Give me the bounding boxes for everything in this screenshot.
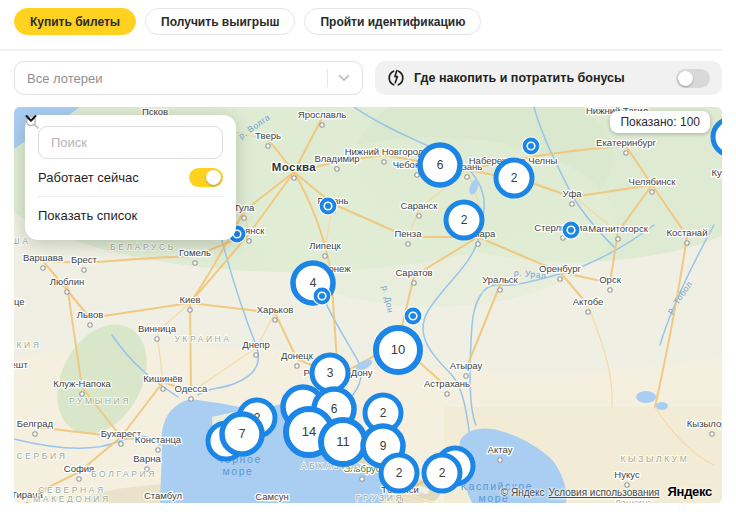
yandex-logo[interactable]: Яндекс [668,484,712,499]
works-now-toggle[interactable] [189,168,223,187]
map-city-label: Стамбул [144,490,182,501]
map-city-dot [382,160,386,164]
svg-text:14: 14 [302,424,316,439]
map-city-label: Львов [77,309,103,320]
map-city-label: Магнитогорск [588,223,648,234]
map-city-label: Челябинск [629,176,677,187]
map-city-dot [498,458,502,462]
map-region-label: СЛОВАКИЯ [14,340,42,350]
show-list-label: Показать список [38,208,223,223]
map-city-dot [292,176,296,180]
map-city-dot [273,318,277,322]
map-city-dot [417,214,421,218]
map-cluster-marker[interactable]: 10 [375,327,422,374]
map-city-dot [82,268,86,272]
map-city-dot [188,308,192,312]
map-city-label: Харьков [257,304,293,315]
map-city-dot [189,397,193,401]
map-cluster-marker[interactable]: 2 [445,201,484,240]
map-city-label: София [64,463,94,474]
svg-text:7: 7 [239,427,246,441]
map-city-label: Констанца [135,434,182,445]
svg-text:3: 3 [327,366,334,380]
tab-identification[interactable]: Пройти идентификацию [304,8,481,35]
map-city-label: Клуж-Напока [53,378,111,389]
map-city-dot [608,288,612,292]
map-dot-marker[interactable] [404,307,423,326]
map-city-dot [685,241,689,245]
svg-text:10: 10 [391,342,405,357]
shown-count-badge: Показано: 100 [610,111,710,133]
map-city-label: Нукус [614,469,640,480]
map-city-dot [464,374,468,378]
copyright-text: © Яндекс [501,487,545,498]
map-city-label: Кызылорда [687,418,722,429]
map-city-dot [77,477,81,481]
map-city-label: Нижний Новгород [345,146,424,157]
map-city-label: Саратов [395,267,432,278]
map-dot-marker[interactable] [319,197,338,216]
map-city-dot [558,277,562,281]
map-cluster-marker[interactable]: 2 [423,454,462,493]
map-city-label: Саранск [401,200,439,211]
chevron-down-icon [25,115,37,123]
map-dot-marker[interactable] [562,221,581,240]
map-city-dot [710,432,714,436]
divider [0,49,722,51]
terms-of-use-link[interactable]: Условия использования [549,487,660,498]
map-city-label: Белград [17,418,54,429]
map-cluster-marker[interactable]: 6 [419,144,462,187]
map-region-label: ГРУЗИЯ [356,493,404,503]
map-city-label: Пенза [395,228,423,239]
bonus-toggle[interactable] [676,69,710,88]
map-canvas[interactable]: ПсковЯрославльТверьМоскваВладимирНижний … [14,107,722,503]
map-city-label: Астрахань [424,378,470,389]
map-region-label: КЫЗЫЛКУМ [620,454,689,464]
map-city-dot [415,173,419,177]
map-region-label: БОЛГАРИЯ [91,469,157,479]
map-city-dot [119,442,123,446]
map-city-label: Актау [488,444,513,455]
map-city-dot [33,432,37,436]
map-city-dot [193,261,197,265]
map-city-label: Москва [272,161,317,173]
map-city-dot [360,477,364,481]
map-dot-marker[interactable] [522,137,541,156]
tab-buy-tickets[interactable]: Купить билеты [14,8,136,35]
map-city-label: Уфа [562,188,582,199]
svg-text:2: 2 [439,466,446,480]
map-city-label: Атырау [450,360,483,371]
show-list-row[interactable]: Показать список [38,197,223,234]
map-city-label: Одесса [175,383,209,394]
map-cluster-marker[interactable]: 2 [495,159,534,198]
map-city-label: Курган [711,167,722,178]
map-cluster-marker[interactable]: 7 [221,413,264,456]
map-city-dot [465,175,469,179]
chevron-down-icon [338,74,350,82]
map-city-dot [323,254,327,258]
svg-text:4: 4 [310,276,317,290]
map-dot-marker[interactable] [313,287,332,306]
map-city-label: Варна [133,453,161,464]
lottery-select[interactable]: Все лотереи [14,61,363,95]
map-city-dot [624,151,628,155]
map-city-dot [320,123,324,127]
map-city-label: Варшава [23,252,64,263]
map-city-dot [242,216,246,220]
map-city-dot [88,323,92,327]
map-city-label: Будапешт [14,359,28,370]
search-input[interactable] [49,134,212,151]
search-box[interactable] [38,126,223,159]
map-city-dot [247,239,251,243]
map-region-label: РУМЫНИЯ [69,396,131,406]
svg-text:2: 2 [380,406,387,420]
map-cluster-marker[interactable]: 11 [320,419,367,466]
works-now-row: Работает сейчас [38,159,223,196]
tab-get-winnings[interactable]: Получить выигрыш [145,8,295,35]
map-city-label: Актобе [573,296,604,307]
map-city-label: Ярославль [298,109,346,120]
map-city-dot [570,202,574,206]
map-cluster-marker[interactable]: 2 [380,454,419,493]
bonus-filter-bar: Где накопить и потратить бонусы [375,61,722,95]
map-city-label: Брест [71,254,98,265]
